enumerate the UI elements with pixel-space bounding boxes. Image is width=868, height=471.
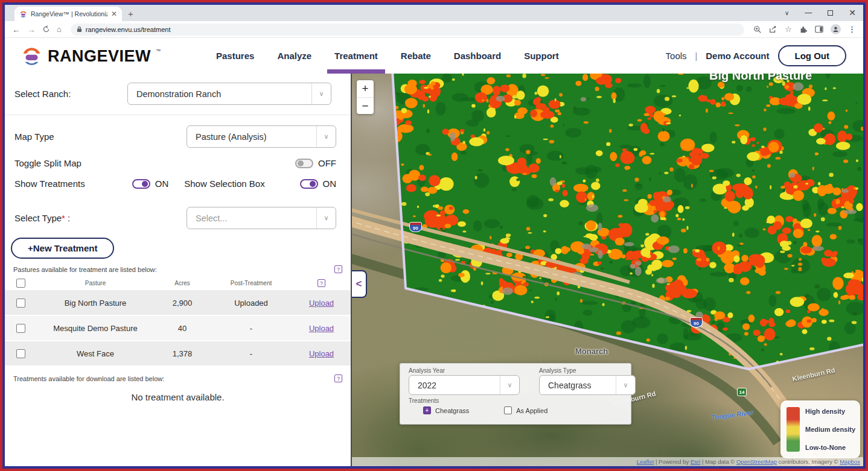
- row-checkbox[interactable]: [16, 349, 25, 358]
- map-view[interactable]: Big North Pasture Monarch Kleenburn Rd K…: [352, 74, 863, 466]
- brand-trademark: ™: [156, 48, 161, 54]
- window-minimize-icon[interactable]: —: [805, 8, 812, 17]
- zoom-in-button[interactable]: +: [357, 80, 374, 97]
- legend-item-low: Low-to-None: [805, 444, 855, 451]
- tab-close-icon[interactable]: ✕: [111, 10, 117, 18]
- cheatgrass-checkbox-row[interactable]: + Cheatgrass: [423, 406, 469, 414]
- profile-avatar[interactable]: [831, 24, 841, 34]
- forward-icon[interactable]: →: [27, 25, 36, 34]
- logout-button[interactable]: Log Out: [778, 45, 846, 66]
- upload-link[interactable]: Upload: [309, 349, 334, 358]
- esri-link[interactable]: Esri: [691, 458, 700, 465]
- analysis-year-value: 2022: [409, 381, 500, 390]
- new-tab-button[interactable]: +: [128, 8, 133, 19]
- reload-icon[interactable]: [42, 25, 50, 33]
- toggle-split-map-label: Toggle Split Map: [14, 158, 81, 168]
- as-applied-checkbox-label: As Applied: [516, 407, 547, 414]
- treatments-label: Treatments: [409, 397, 622, 404]
- back-icon[interactable]: ←: [12, 25, 21, 34]
- density-legend: High density Medium density Low-to-None: [780, 400, 860, 458]
- interstate-shield: 90: [690, 317, 703, 327]
- osm-link[interactable]: OpenStreetMap: [736, 458, 777, 465]
- interstate-shield: 90: [409, 222, 422, 232]
- chevron-down-icon: ∨: [616, 376, 635, 394]
- nav-item-treatment[interactable]: Treatment: [334, 38, 378, 74]
- select-all-checkbox[interactable]: [16, 279, 25, 288]
- mapbox-link[interactable]: Mapbox: [840, 458, 860, 465]
- analysis-type-label: Analysis Type: [539, 367, 636, 374]
- show-treatments-toggle[interactable]: [132, 179, 150, 189]
- upload-link[interactable]: Upload: [309, 299, 334, 308]
- ranch-select-value: Demonstration Ranch: [128, 89, 311, 99]
- tab-search-chevron-icon[interactable]: ∨: [785, 10, 789, 16]
- rangeview-logo[interactable]: RANGEVIEW ™: [21, 45, 161, 68]
- row-checkbox[interactable]: [16, 299, 25, 308]
- help-icon[interactable]: ?: [334, 265, 342, 273]
- cell-post-treatment: -: [210, 324, 292, 333]
- treatment-type-placeholder: Select...: [187, 213, 316, 223]
- cell-pasture: West Face: [36, 349, 155, 358]
- screenshot-blue-frame: RangeView™ | Revolutionize Your ✕ + ∨ — …: [2, 2, 866, 469]
- favicon-rangeview-icon: [19, 10, 27, 18]
- zoom-search-icon[interactable]: [753, 25, 762, 34]
- tools-menu[interactable]: Tools: [666, 51, 687, 61]
- map-type-label: Map Type: [14, 131, 54, 142]
- zoom-out-button[interactable]: −: [357, 97, 374, 114]
- show-selection-box-toggle[interactable]: [300, 179, 318, 189]
- nav-item-dashboard[interactable]: Dashboard: [454, 38, 501, 74]
- nav-item-support[interactable]: Support: [524, 38, 559, 74]
- table-row: West Face 1,378 - Upload: [5, 341, 351, 367]
- pastures-caption: Pastures available for treatment are lis…: [13, 266, 157, 273]
- show-treatments-label: Show Treatments: [14, 179, 85, 189]
- chevron-down-icon: ∨: [311, 83, 331, 104]
- map-type-select[interactable]: Pasture (Analysis) ∨: [187, 125, 336, 148]
- header-divider: |: [695, 51, 698, 61]
- rangeview-logo-icon: [21, 45, 43, 67]
- nav-item-analyze[interactable]: Analyze: [277, 38, 311, 74]
- bookmark-star-icon[interactable]: ☆: [785, 25, 792, 34]
- new-treatment-button[interactable]: +New Treatment: [11, 238, 114, 259]
- side-panel-icon[interactable]: [815, 25, 823, 33]
- window-maximize-icon[interactable]: [828, 10, 833, 16]
- account-menu[interactable]: Demo Account: [706, 51, 769, 61]
- attribution-text: | Map data ©: [700, 458, 736, 465]
- lock-icon: [77, 26, 82, 33]
- panel-collapse-button[interactable]: <: [352, 270, 367, 298]
- nav-item-pastures[interactable]: Pastures: [216, 38, 254, 74]
- upload-link[interactable]: Upload: [309, 324, 334, 333]
- as-applied-checkbox-row[interactable]: As Applied: [504, 406, 547, 414]
- nav-item-rebate[interactable]: Rebate: [401, 38, 431, 74]
- cell-pasture: Big North Pasture: [36, 299, 155, 308]
- legend-color-bar: [787, 407, 800, 452]
- ranch-select[interactable]: Demonstration Ranch ∨: [127, 83, 331, 105]
- browser-toolbar: ← → ⌂ rangeview.envu.us/treatment ☆ ⋮: [5, 21, 863, 38]
- cell-acres: 40: [155, 324, 210, 333]
- extensions-puzzle-icon[interactable]: [799, 25, 808, 34]
- browser-menu-icon[interactable]: ⋮: [848, 25, 856, 34]
- treatment-panel: Select Ranch: Demonstration Ranch ∨ Map …: [5, 74, 352, 466]
- url-bar[interactable]: rangeview.envu.us/treatment: [71, 24, 744, 36]
- as-applied-checkbox[interactable]: [504, 406, 512, 414]
- map-type-select-value: Pasture (Analysis): [187, 132, 316, 142]
- select-ranch-label: Select Ranch:: [14, 89, 71, 99]
- brand-name: RANGEVIEW: [48, 45, 151, 68]
- cell-acres: 2,900: [155, 299, 210, 308]
- window-close-icon[interactable]: ✕: [849, 8, 856, 17]
- home-icon[interactable]: ⌂: [57, 25, 62, 34]
- treatment-type-select[interactable]: Select... ∨: [187, 207, 336, 229]
- screenshot-red-frame: RangeView™ | Revolutionize Your ✕ + ∨ — …: [0, 0, 868, 471]
- leaflet-link[interactable]: Leaflet: [637, 458, 654, 465]
- row-checkbox[interactable]: [16, 324, 25, 333]
- analysis-year-select[interactable]: 2022 ∨: [409, 375, 520, 395]
- help-icon[interactable]: ?: [318, 279, 325, 287]
- town-label: Monarch: [575, 347, 608, 356]
- main-nav: Pastures Analyze Treatment Rebate Dashbo…: [216, 38, 559, 74]
- col-header-acres: Acres: [155, 280, 210, 286]
- split-map-toggle[interactable]: [295, 159, 313, 168]
- browser-tab[interactable]: RangeView™ | Revolutionize Your ✕: [14, 7, 122, 21]
- cheatgrass-checkbox[interactable]: +: [423, 406, 431, 414]
- share-icon[interactable]: [769, 25, 777, 34]
- help-icon[interactable]: ?: [334, 375, 342, 382]
- analysis-type-select[interactable]: Cheatgrass ∨: [539, 375, 636, 395]
- app-header: RANGEVIEW ™ Pastures Analyze Treatment R…: [5, 38, 863, 74]
